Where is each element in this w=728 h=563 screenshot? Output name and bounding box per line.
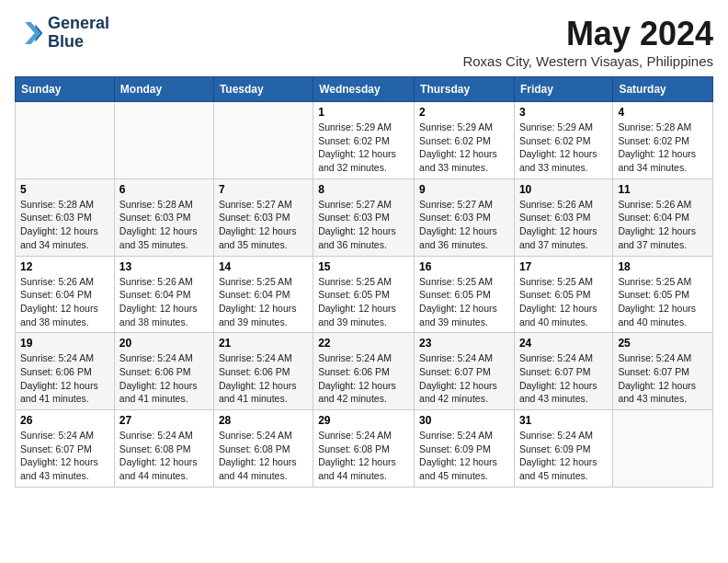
- calendar-cell: 14Sunrise: 5:25 AM Sunset: 6:04 PM Dayli…: [213, 256, 313, 333]
- day-info: Sunrise: 5:24 AM Sunset: 6:07 PM Dayligh…: [419, 351, 509, 406]
- day-info: Sunrise: 5:27 AM Sunset: 6:03 PM Dayligh…: [419, 198, 509, 252]
- day-number: 17: [519, 260, 608, 273]
- month-year: May 2024: [462, 15, 713, 53]
- day-info: Sunrise: 5:29 AM Sunset: 6:02 PM Dayligh…: [519, 121, 608, 175]
- weekday-header-friday: Friday: [514, 77, 612, 102]
- day-info: Sunrise: 5:26 AM Sunset: 6:04 PM Dayligh…: [20, 275, 109, 329]
- day-info: Sunrise: 5:25 AM Sunset: 6:05 PM Dayligh…: [519, 275, 608, 329]
- day-number: 13: [119, 260, 209, 273]
- day-number: 9: [419, 183, 509, 196]
- calendar-cell: 25Sunrise: 5:24 AM Sunset: 6:07 PM Dayli…: [613, 333, 713, 410]
- day-info: Sunrise: 5:28 AM Sunset: 6:02 PM Dayligh…: [618, 121, 708, 175]
- calendar-week-row: 5Sunrise: 5:28 AM Sunset: 6:03 PM Daylig…: [16, 178, 713, 256]
- calendar-week-row: 19Sunrise: 5:24 AM Sunset: 6:06 PM Dayli…: [16, 333, 713, 410]
- logo-text: General Blue: [48, 15, 109, 52]
- calendar-cell: 20Sunrise: 5:24 AM Sunset: 6:06 PM Dayli…: [114, 333, 213, 410]
- day-number: 25: [618, 337, 708, 350]
- weekday-header-sunday: Sunday: [16, 77, 115, 102]
- calendar-cell: 29Sunrise: 5:24 AM Sunset: 6:08 PM Dayli…: [313, 410, 415, 488]
- calendar-cell: 10Sunrise: 5:26 AM Sunset: 6:03 PM Dayli…: [514, 178, 612, 256]
- day-number: 22: [318, 337, 409, 350]
- calendar-cell: [16, 102, 115, 179]
- weekday-header-monday: Monday: [114, 77, 213, 102]
- calendar-cell: 17Sunrise: 5:25 AM Sunset: 6:05 PM Dayli…: [514, 256, 612, 333]
- day-info: Sunrise: 5:25 AM Sunset: 6:05 PM Dayligh…: [419, 275, 509, 329]
- calendar-cell: 18Sunrise: 5:25 AM Sunset: 6:05 PM Dayli…: [613, 256, 713, 333]
- calendar-cell: 12Sunrise: 5:26 AM Sunset: 6:04 PM Dayli…: [16, 256, 115, 333]
- calendar-cell: 11Sunrise: 5:26 AM Sunset: 6:04 PM Dayli…: [613, 178, 713, 256]
- calendar-table: SundayMondayTuesdayWednesdayThursdayFrid…: [15, 76, 713, 488]
- day-info: Sunrise: 5:25 AM Sunset: 6:05 PM Dayligh…: [618, 275, 708, 329]
- location: Roxas City, Western Visayas, Philippines: [462, 53, 713, 69]
- calendar-cell: 19Sunrise: 5:24 AM Sunset: 6:06 PM Dayli…: [16, 333, 115, 410]
- day-info: Sunrise: 5:26 AM Sunset: 6:03 PM Dayligh…: [519, 198, 608, 252]
- weekday-header-saturday: Saturday: [613, 77, 713, 102]
- day-info: Sunrise: 5:24 AM Sunset: 6:09 PM Dayligh…: [519, 429, 608, 483]
- calendar-cell: [114, 102, 213, 179]
- day-number: 24: [519, 337, 608, 350]
- day-number: 20: [119, 337, 209, 350]
- day-number: 7: [219, 183, 308, 196]
- day-number: 27: [119, 414, 209, 427]
- day-number: 3: [519, 106, 608, 119]
- calendar-cell: 30Sunrise: 5:24 AM Sunset: 6:09 PM Dayli…: [415, 410, 515, 488]
- day-number: 31: [519, 414, 608, 427]
- calendar-cell: 4Sunrise: 5:28 AM Sunset: 6:02 PM Daylig…: [613, 102, 713, 179]
- calendar-cell: 8Sunrise: 5:27 AM Sunset: 6:03 PM Daylig…: [313, 178, 415, 256]
- calendar-cell: [613, 410, 713, 488]
- day-number: 18: [618, 260, 708, 273]
- day-number: 11: [618, 183, 708, 196]
- calendar-cell: 28Sunrise: 5:24 AM Sunset: 6:08 PM Dayli…: [213, 410, 313, 488]
- calendar-week-row: 1Sunrise: 5:29 AM Sunset: 6:02 PM Daylig…: [16, 102, 713, 179]
- calendar-cell: 6Sunrise: 5:28 AM Sunset: 6:03 PM Daylig…: [114, 178, 213, 256]
- day-info: Sunrise: 5:24 AM Sunset: 6:06 PM Dayligh…: [20, 351, 109, 406]
- day-number: 16: [419, 260, 509, 273]
- day-info: Sunrise: 5:29 AM Sunset: 6:02 PM Dayligh…: [318, 121, 409, 175]
- day-info: Sunrise: 5:29 AM Sunset: 6:02 PM Dayligh…: [419, 121, 509, 175]
- day-number: 8: [318, 183, 409, 196]
- day-number: 12: [20, 260, 109, 273]
- page-header: General Blue May 2024 Roxas City, Wester…: [15, 15, 713, 69]
- calendar-cell: 13Sunrise: 5:26 AM Sunset: 6:04 PM Dayli…: [114, 256, 213, 333]
- calendar-week-row: 12Sunrise: 5:26 AM Sunset: 6:04 PM Dayli…: [16, 256, 713, 333]
- calendar-cell: 3Sunrise: 5:29 AM Sunset: 6:02 PM Daylig…: [514, 102, 612, 179]
- day-info: Sunrise: 5:24 AM Sunset: 6:06 PM Dayligh…: [219, 351, 308, 406]
- weekday-header-tuesday: Tuesday: [213, 77, 313, 102]
- calendar-cell: 7Sunrise: 5:27 AM Sunset: 6:03 PM Daylig…: [213, 178, 313, 256]
- day-number: 2: [419, 106, 509, 119]
- weekday-header-row: SundayMondayTuesdayWednesdayThursdayFrid…: [16, 77, 713, 102]
- day-number: 4: [618, 106, 708, 119]
- day-number: 15: [318, 260, 409, 273]
- title-block: May 2024 Roxas City, Western Visayas, Ph…: [462, 15, 713, 69]
- calendar-cell: 26Sunrise: 5:24 AM Sunset: 6:07 PM Dayli…: [16, 410, 115, 488]
- day-number: 6: [119, 183, 209, 196]
- day-info: Sunrise: 5:25 AM Sunset: 6:05 PM Dayligh…: [318, 275, 409, 329]
- day-number: 21: [219, 337, 308, 350]
- day-info: Sunrise: 5:24 AM Sunset: 6:07 PM Dayligh…: [519, 351, 608, 406]
- day-number: 1: [318, 106, 409, 119]
- day-info: Sunrise: 5:28 AM Sunset: 6:03 PM Dayligh…: [119, 198, 209, 252]
- logo-icon: [15, 18, 44, 48]
- day-number: 14: [219, 260, 308, 273]
- day-info: Sunrise: 5:26 AM Sunset: 6:04 PM Dayligh…: [618, 198, 708, 252]
- day-info: Sunrise: 5:26 AM Sunset: 6:04 PM Dayligh…: [119, 275, 209, 329]
- calendar-cell: 24Sunrise: 5:24 AM Sunset: 6:07 PM Dayli…: [514, 333, 612, 410]
- calendar-cell: 2Sunrise: 5:29 AM Sunset: 6:02 PM Daylig…: [415, 102, 515, 179]
- day-number: 28: [219, 414, 308, 427]
- calendar-cell: [213, 102, 313, 179]
- day-info: Sunrise: 5:24 AM Sunset: 6:08 PM Dayligh…: [219, 429, 308, 483]
- day-info: Sunrise: 5:24 AM Sunset: 6:06 PM Dayligh…: [119, 351, 209, 406]
- day-info: Sunrise: 5:24 AM Sunset: 6:07 PM Dayligh…: [618, 351, 708, 406]
- weekday-header-thursday: Thursday: [415, 77, 515, 102]
- calendar-cell: 23Sunrise: 5:24 AM Sunset: 6:07 PM Dayli…: [415, 333, 515, 410]
- calendar-cell: 22Sunrise: 5:24 AM Sunset: 6:06 PM Dayli…: [313, 333, 415, 410]
- day-info: Sunrise: 5:24 AM Sunset: 6:08 PM Dayligh…: [119, 429, 209, 483]
- logo: General Blue: [15, 15, 109, 52]
- day-number: 10: [519, 183, 608, 196]
- day-info: Sunrise: 5:28 AM Sunset: 6:03 PM Dayligh…: [20, 198, 109, 252]
- day-number: 5: [20, 183, 109, 196]
- day-number: 29: [318, 414, 409, 427]
- day-number: 19: [20, 337, 109, 350]
- day-info: Sunrise: 5:24 AM Sunset: 6:09 PM Dayligh…: [419, 429, 509, 483]
- day-info: Sunrise: 5:24 AM Sunset: 6:07 PM Dayligh…: [20, 429, 109, 483]
